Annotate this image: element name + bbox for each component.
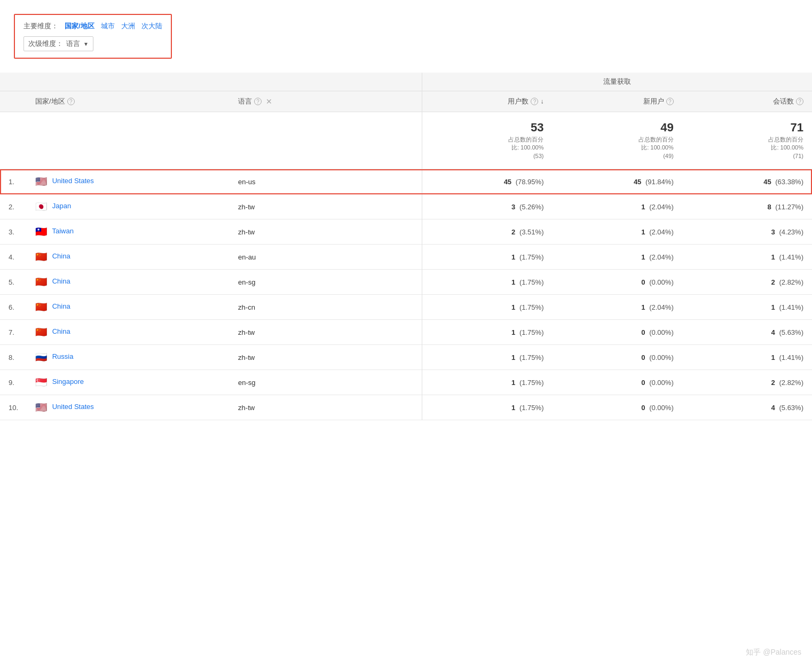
new-users-col-header: 新用户 ? — [552, 91, 682, 112]
dim-btn-continent[interactable]: 大洲 — [121, 21, 135, 31]
secondary-dimension-selector: 次级维度： 语言 ▼ — [23, 36, 162, 51]
table-row: 8. 🇷🇺 Russia zh-tw 1 (1.75%) 0 (0.00%) 1… — [0, 345, 812, 370]
row-users: 1 (1.75%) — [422, 295, 552, 320]
users-help-icon[interactable]: ? — [531, 98, 538, 105]
row-new-users: 0 (0.00%) — [552, 320, 682, 345]
row-language: zh-tw — [230, 320, 422, 345]
row-rank: 9. — [0, 370, 27, 395]
row-sessions: 2 (2.82%) — [682, 270, 812, 295]
row-rank: 1. — [0, 169, 27, 194]
row-rank: 3. — [0, 219, 27, 245]
row-sessions: 45 (63.38%) — [682, 169, 812, 194]
row-new-users: 1 (2.04%) — [552, 295, 682, 320]
country-link[interactable]: China — [52, 303, 70, 311]
secondary-dim-box[interactable]: 次级维度： 语言 ▼ — [23, 36, 93, 51]
row-language: zh-tw — [230, 194, 422, 219]
row-users: 2 (3.51%) — [422, 219, 552, 245]
country-flag: 🇹🇼 — [35, 226, 47, 237]
row-country: 🇷🇺 Russia — [27, 345, 230, 370]
country-link[interactable]: Singapore — [52, 378, 84, 386]
row-rank: 4. — [0, 245, 27, 270]
country-flag: 🇨🇳 — [35, 302, 47, 312]
row-rank: 7. — [0, 320, 27, 345]
total-sessions: 71 占总数的百分比: 100.00%(71) — [682, 112, 812, 169]
dropdown-arrow-icon: ▼ — [83, 41, 89, 47]
total-users: 53 占总数的百分比: 100.00%(53) — [422, 112, 552, 169]
row-new-users: 45 (91.84%) — [552, 169, 682, 194]
table-row: 10. 🇺🇸 United States zh-tw 1 (1.75%) 0 (… — [0, 395, 812, 420]
country-flag: 🇺🇸 — [35, 176, 47, 187]
table-row: 2. 🇯🇵 Japan zh-tw 3 (5.26%) 1 (2.04%) 8 … — [0, 194, 812, 219]
data-table: 流量获取 国家/地区 ? 语言 ? ✕ — [0, 73, 812, 420]
row-new-users: 0 (0.00%) — [552, 395, 682, 420]
row-language: en-us — [230, 169, 422, 194]
row-language: zh-tw — [230, 395, 422, 420]
table-row: 7. 🇨🇳 China zh-tw 1 (1.75%) 0 (0.00%) 4 … — [0, 320, 812, 345]
row-country: 🇨🇳 China — [27, 270, 230, 295]
row-language: zh-cn — [230, 295, 422, 320]
total-new-users: 49 占总数的百分比: 100.00%(49) — [552, 112, 682, 169]
country-flag: 🇷🇺 — [35, 352, 47, 363]
country-link[interactable]: China — [52, 328, 70, 336]
row-country: 🇨🇳 China — [27, 320, 230, 345]
country-flag: 🇯🇵 — [35, 201, 47, 212]
row-new-users: 1 (2.04%) — [552, 194, 682, 219]
country-link[interactable]: Taiwan — [52, 227, 73, 235]
users-sort-icon[interactable]: ↓ — [540, 98, 543, 105]
row-new-users: 0 (0.00%) — [552, 345, 682, 370]
language-help-icon[interactable]: ? — [254, 98, 262, 105]
country-flag: 🇺🇸 — [35, 402, 47, 413]
secondary-dim-value: 语言 — [66, 39, 80, 49]
row-new-users: 0 (0.00%) — [552, 370, 682, 395]
dim-btn-country[interactable]: 国家/地区 — [65, 21, 94, 31]
rank-col-header — [0, 91, 27, 112]
country-link[interactable]: China — [52, 278, 70, 286]
country-help-icon[interactable]: ? — [67, 98, 75, 105]
row-country: 🇸🇬 Singapore — [27, 370, 230, 395]
row-sessions: 1 (1.41%) — [682, 245, 812, 270]
row-users: 45 (78.95%) — [422, 169, 552, 194]
totals-row: 53 占总数的百分比: 100.00%(53) 49 占总数的百分比: 100.… — [0, 112, 812, 169]
language-clear-icon[interactable]: ✕ — [266, 97, 272, 106]
country-link[interactable]: United States — [52, 403, 94, 411]
country-flag: 🇸🇬 — [35, 377, 47, 388]
row-country: 🇨🇳 China — [27, 245, 230, 270]
row-country: 🇺🇸 United States — [27, 395, 230, 420]
table-row: 9. 🇸🇬 Singapore en-sg 1 (1.75%) 0 (0.00%… — [0, 370, 812, 395]
row-sessions: 8 (11.27%) — [682, 194, 812, 219]
row-users: 1 (1.75%) — [422, 270, 552, 295]
table-row: 6. 🇨🇳 China zh-cn 1 (1.75%) 1 (2.04%) 1 … — [0, 295, 812, 320]
new-users-help-icon[interactable]: ? — [666, 98, 674, 105]
row-language: zh-tw — [230, 345, 422, 370]
country-col-header: 国家/地区 ? — [27, 91, 230, 112]
secondary-dim-label: 次级维度： — [28, 39, 63, 49]
row-users: 3 (5.26%) — [422, 194, 552, 219]
country-flag: 🇨🇳 — [35, 327, 47, 337]
country-link[interactable]: Japan — [52, 202, 71, 210]
country-link[interactable]: China — [52, 253, 70, 261]
table-row: 4. 🇨🇳 China en-au 1 (1.75%) 1 (2.04%) 1 … — [0, 245, 812, 270]
country-link[interactable]: United States — [52, 177, 94, 185]
users-col-header: 用户数 ? ↓ — [422, 91, 552, 112]
row-language: en-sg — [230, 270, 422, 295]
row-rank: 10. — [0, 395, 27, 420]
row-rank: 8. — [0, 345, 27, 370]
sessions-help-icon[interactable]: ? — [796, 98, 803, 105]
row-country: 🇨🇳 China — [27, 295, 230, 320]
primary-dimension-selector: 主要维度： 国家/地区 城市 大洲 次大陆 — [23, 21, 162, 31]
row-country: 🇹🇼 Taiwan — [27, 219, 230, 245]
row-sessions: 3 (4.23%) — [682, 219, 812, 245]
table-row: 3. 🇹🇼 Taiwan zh-tw 2 (3.51%) 1 (2.04%) 3… — [0, 219, 812, 245]
row-sessions: 1 (1.41%) — [682, 345, 812, 370]
dim-btn-city[interactable]: 城市 — [101, 21, 115, 31]
row-new-users: 1 (2.04%) — [552, 219, 682, 245]
country-link[interactable]: Russia — [52, 353, 74, 361]
country-flag: 🇨🇳 — [35, 277, 47, 287]
row-language: en-sg — [230, 370, 422, 395]
dim-btn-subcontinent[interactable]: 次大陆 — [141, 21, 162, 31]
sessions-col-header: 会话数 ? — [682, 91, 812, 112]
row-sessions: 4 (5.63%) — [682, 395, 812, 420]
row-sessions: 1 (1.41%) — [682, 295, 812, 320]
row-rank: 5. — [0, 270, 27, 295]
row-new-users: 1 (2.04%) — [552, 245, 682, 270]
